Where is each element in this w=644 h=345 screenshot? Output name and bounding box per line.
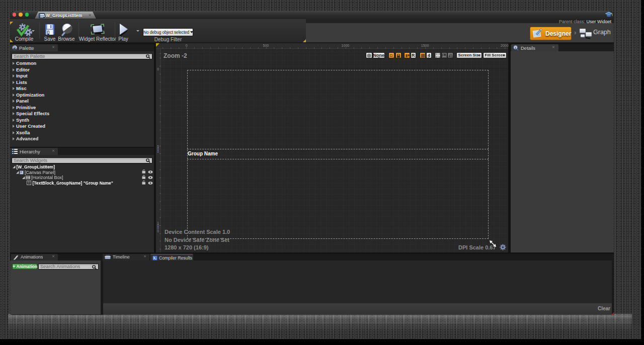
svg-text:T: T [28, 181, 30, 185]
svg-text:i: i [515, 45, 516, 49]
